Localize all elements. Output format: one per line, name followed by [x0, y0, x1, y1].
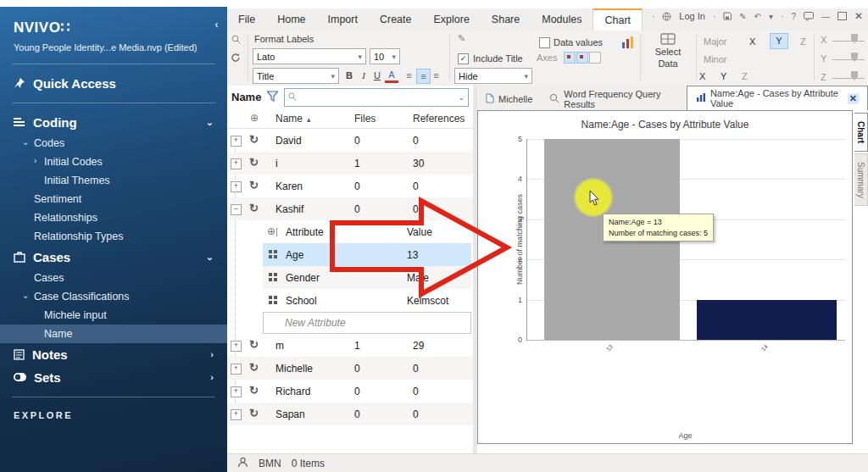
- expand-icon[interactable]: +: [231, 158, 242, 169]
- data-values-checkbox[interactable]: [539, 37, 550, 48]
- rotate-y-slider[interactable]: [832, 59, 865, 60]
- attribute-row-gender[interactable]: Gender Male: [263, 266, 471, 289]
- insert-attribute-icon[interactable]: ⊕|: [267, 225, 278, 237]
- column-header-name[interactable]: Name ▲: [275, 113, 312, 125]
- close-button[interactable]: ✕: [854, 10, 863, 22]
- sidebar-item-case-classifications[interactable]: ⌄Case Classifications: [0, 287, 227, 306]
- rotate-z-slider[interactable]: [832, 78, 865, 79]
- font-size-select[interactable]: 10▾: [370, 48, 400, 64]
- expand-icon[interactable]: +: [231, 341, 242, 352]
- sidebar-section-coding[interactable]: Coding ⌄: [0, 111, 227, 134]
- case-row-karen[interactable]: + ↻ Karen 0 0: [227, 175, 473, 197]
- pencil-icon[interactable]: ✎: [739, 12, 746, 21]
- attribute-row-school[interactable]: School Kelmscot: [263, 289, 471, 312]
- filter-icon[interactable]: [266, 90, 279, 105]
- save-icon[interactable]: [723, 12, 732, 20]
- case-row-david[interactable]: + ↻ David 0 0: [227, 129, 473, 152]
- minimize-button[interactable]: —: [821, 12, 830, 21]
- search-icon[interactable]: [231, 35, 241, 46]
- refresh-icon[interactable]: [231, 53, 241, 64]
- feedback-icon[interactable]: [804, 12, 814, 21]
- chart-style-icon[interactable]: [621, 36, 635, 51]
- rotate-y-handle[interactable]: [851, 53, 858, 62]
- rotate-z-handle[interactable]: [851, 71, 858, 81]
- menu-tab-create[interactable]: Create: [369, 8, 423, 31]
- new-attribute-field[interactable]: New Attribute: [263, 312, 471, 334]
- sidebar-item-sentiment[interactable]: Sentiment: [0, 190, 227, 208]
- menu-tab-file[interactable]: File: [227, 8, 266, 31]
- menu-tab-chart[interactable]: Chart: [593, 8, 643, 31]
- sidebar-section-cases[interactable]: Cases ⌄: [0, 246, 227, 269]
- target-column-icon[interactable]: ⊕: [250, 112, 259, 124]
- rotate-x-handle[interactable]: [851, 34, 858, 43]
- include-title-checkbox[interactable]: ✓: [458, 53, 469, 64]
- sidebar-item-michele-input[interactable]: Michele input: [0, 306, 227, 325]
- pencil-icon[interactable]: ✎: [458, 33, 465, 44]
- tab-summary[interactable]: Summary: [854, 153, 868, 206]
- doc-tab-michelle[interactable]: Michelle: [477, 88, 541, 110]
- attribute-row-age[interactable]: Age 13: [263, 243, 471, 266]
- menu-tab-import[interactable]: Import: [317, 8, 369, 31]
- select-data-button[interactable]: Select Data: [644, 33, 692, 70]
- case-row-sapan[interactable]: + ↻ Sapan 0 0: [227, 403, 473, 425]
- expand-icon[interactable]: +: [231, 181, 242, 192]
- menu-tab-explore[interactable]: Explore: [422, 8, 480, 31]
- rotate-x-slider[interactable]: [832, 41, 865, 42]
- italic-button[interactable]: I: [357, 68, 370, 83]
- menu-tab-home[interactable]: Home: [266, 8, 316, 31]
- doc-tab-chart[interactable]: Name:Age - Cases by Attribute Value ✕: [687, 86, 868, 110]
- minor-y-button[interactable]: Y: [721, 71, 726, 81]
- globe-icon[interactable]: [662, 12, 671, 21]
- major-z-button[interactable]: Z: [800, 36, 806, 47]
- list-search-box[interactable]: ⌄: [284, 88, 469, 107]
- expand-icon[interactable]: +: [231, 364, 242, 375]
- column-header-files[interactable]: Files: [354, 113, 376, 125]
- search-input[interactable]: [300, 92, 454, 103]
- close-tab-icon[interactable]: ✕: [848, 93, 859, 104]
- minor-x-button[interactable]: X: [699, 71, 705, 81]
- align-right-icon[interactable]: ≡: [430, 69, 442, 82]
- font-family-select[interactable]: Lato▾: [253, 48, 366, 64]
- align-left-icon[interactable]: ≡: [403, 69, 415, 82]
- menu-tab-modules[interactable]: Modules: [531, 8, 593, 31]
- align-center-icon[interactable]: ≡: [416, 69, 431, 84]
- doc-tab-word-frequency[interactable]: Word Frequency Query Results: [541, 88, 687, 110]
- help-icon[interactable]: ?: [791, 12, 796, 21]
- label-target-select[interactable]: Title▾: [253, 68, 339, 84]
- sidebar-section-explore[interactable]: EXPLORE: [0, 405, 227, 425]
- minor-z-button[interactable]: Z: [742, 71, 748, 81]
- case-row-michelle[interactable]: + ↻ Michelle 0 0: [227, 357, 473, 380]
- expand-icon[interactable]: +: [231, 409, 242, 420]
- maximize-button[interactable]: [837, 12, 847, 20]
- sidebar-collapse-icon[interactable]: ‹: [215, 19, 220, 31]
- underline-button[interactable]: U: [370, 68, 384, 83]
- sidebar-item-initial-themes[interactable]: Initial Themes: [0, 171, 227, 190]
- case-row-richard[interactable]: + ↻ Richard 0 0: [227, 380, 473, 403]
- case-row-m[interactable]: + ↻ m 1 29: [227, 334, 473, 357]
- sidebar-item-cases[interactable]: Cases: [0, 269, 227, 287]
- tab-chart[interactable]: Chart: [854, 113, 868, 152]
- axis-toggle-x[interactable]: [564, 52, 576, 64]
- menu-tab-share[interactable]: Share: [481, 8, 531, 31]
- major-y-button[interactable]: Y: [770, 33, 788, 49]
- bar-age-14[interactable]: [697, 300, 837, 340]
- sidebar-section-sets[interactable]: Sets ›: [0, 366, 227, 389]
- sidebar-item-relationship-types[interactable]: Relationship Types: [0, 227, 227, 246]
- expand-icon[interactable]: +: [231, 386, 242, 397]
- caret-down-icon[interactable]: ▾: [769, 12, 773, 21]
- sidebar-section-notes[interactable]: Notes ›: [0, 343, 227, 366]
- case-row-kashif[interactable]: − ↻ Kashif 0 0: [227, 197, 473, 220]
- sidebar-item-codes[interactable]: ⌄Codes: [0, 134, 227, 153]
- collapse-icon[interactable]: −: [231, 204, 242, 215]
- bold-button[interactable]: B: [342, 68, 356, 83]
- undo-icon[interactable]: ↶: [754, 12, 761, 21]
- case-row-i[interactable]: + ↻ i 1 30: [227, 152, 473, 175]
- title-visibility-select[interactable]: Hide▾: [454, 68, 532, 84]
- axis-toggle-z[interactable]: [589, 52, 601, 64]
- font-color-button[interactable]: A: [385, 68, 398, 83]
- sidebar-item-quick-access[interactable]: Quick Access: [0, 72, 227, 95]
- column-header-references[interactable]: References: [413, 113, 465, 125]
- sidebar-item-name[interactable]: Name: [0, 325, 227, 343]
- sidebar-item-initial-codes[interactable]: ›Initial Codes: [0, 153, 227, 171]
- sidebar-item-relationships[interactable]: Relationships: [0, 208, 227, 227]
